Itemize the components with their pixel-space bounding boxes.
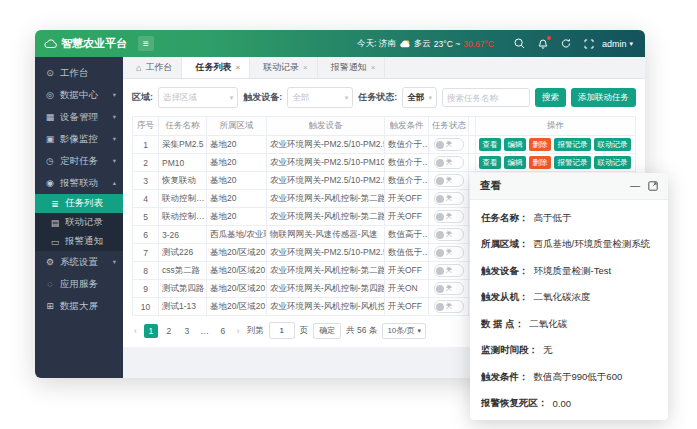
field-label: 触发条件： [481,371,529,384]
cell-actions: 查看 编辑 删除 报警记录 联动记录 [476,154,636,172]
search-icon[interactable] [514,38,525,49]
page-size-select[interactable]: 10条/页 ▾ [382,323,426,339]
sidebar-collapse-button[interactable]: ≡ [138,36,154,51]
detail-field: 触发设备： 环境质量检测-Test [481,258,657,285]
detail-field: 数 据 点： 二氧化碳 [481,311,657,338]
tab[interactable]: 任务列表 × [182,57,250,78]
cell-task-name: 联动控制… [159,208,207,226]
task-search-input[interactable] [442,88,530,107]
sidebar-item[interactable]: ▤ 联动记录 [35,213,123,232]
cell-task-name: css第二路 [159,262,207,280]
notification-bell-icon[interactable] [538,38,548,49]
sidebar-item[interactable]: ▦ 设备管理 ▾ [35,106,123,128]
status-toggle-off[interactable]: 关 [434,192,464,205]
sidebar-item[interactable]: ◎ 数据中心 ▾ [35,84,123,106]
delete-button[interactable]: 删除 [529,156,551,169]
delete-button[interactable]: 删除 [529,138,551,151]
table-header-row: 序号 任务名称 所属区域 触发设备 触发条件 任务状态 操作 [133,117,636,136]
sidebar-item[interactable]: ◉ 报警联动 ▴ [35,172,123,194]
minimize-icon[interactable]: — [630,181,640,191]
page-number[interactable]: 3 [180,324,194,338]
sidebar-item[interactable]: ⊞ 数据大屏 [35,295,123,317]
col-no: 序号 [133,117,159,136]
cell-task-name: 恢复联动 [159,172,207,190]
submenu-arrow-icon: ▾ [113,91,116,99]
cell-region: 基地20/区域20 [207,298,267,316]
page-number[interactable]: 1 [144,324,158,338]
view-button[interactable]: 查看 [479,156,501,169]
sidebar-item[interactable]: ◷ 定时任务 ▾ [35,150,123,172]
status-toggle-off[interactable]: 关 [434,156,464,169]
toggle-label: 关 [446,302,453,311]
fullscreen-icon[interactable] [584,39,594,49]
toggle-knob [436,267,444,275]
cell-device: 物联网网关-风速传感器-风速 [267,226,385,244]
goto-confirm-button[interactable]: 确定 [313,323,341,339]
toggle-label: 关 [446,266,453,275]
sidebar-item-label: 影像监控 [60,133,98,146]
edit-button[interactable]: 编辑 [504,156,526,169]
tab-close-icon[interactable]: × [303,63,308,72]
sidebar-item[interactable]: ≣ 任务列表 [35,194,123,213]
tab-close-icon[interactable]: × [235,63,240,72]
search-button[interactable]: 搜索 [535,88,566,107]
toggle-label: 关 [446,230,453,239]
sidebar-item[interactable]: ▭ 报警通知 [35,232,123,251]
alarm-record-button[interactable]: 报警记录 [554,156,591,169]
task-status-select[interactable]: 全部 ▾ [402,87,437,108]
page-number[interactable]: 6 [216,324,230,338]
field-value: 无 [543,344,553,357]
tab-bar: ⌂ 工作台 × 任务列表 × 联动记录 [123,57,645,79]
tab[interactable]: 报警通知 × [318,57,386,78]
field-label: 所属区域： [481,238,529,251]
status-toggle-off[interactable]: 关 [434,282,464,295]
weather-city: 今天: 济南 [357,38,396,50]
chevron-down-icon: ▾ [230,94,234,101]
region-select[interactable]: 选择区域 ▾ [158,87,238,108]
next-page-icon[interactable]: › [235,326,242,336]
prev-page-icon[interactable]: ‹ [132,326,139,336]
sidebar-item[interactable]: ⚙ 系统设置 ▾ [35,251,123,273]
alarm-record-button[interactable]: 报警记录 [554,138,591,151]
status-toggle-off[interactable]: 关 [434,174,464,187]
status-toggle-off[interactable]: 关 [434,228,464,241]
sidebar-item[interactable]: ⊙ 工作台 [35,62,123,84]
page-number[interactable]: … [198,324,212,338]
sidebar-item-label: 系统设置 [60,256,98,269]
cell-device: 农业环境网关-PM2.5/10-PM2.5 [267,244,385,262]
edit-button[interactable]: 编辑 [504,138,526,151]
toggle-label: 关 [446,194,453,203]
table-row: 1 采集PM2.5 基地20 农业环境网关-PM2.5/10-PM2.5 数值介… [133,136,636,154]
tab[interactable]: ⌂ 工作台 × [127,57,182,78]
status-toggle-off[interactable]: 关 [434,138,464,151]
sidebar-item-label: 应用服务 [60,278,98,291]
status-toggle-off[interactable]: 关 [434,210,464,223]
add-linkage-task-button[interactable]: 添加联动任务 [571,88,636,107]
expand-icon[interactable] [648,181,658,191]
cell-region: 基地20 [207,154,267,172]
trigger-device-select[interactable]: 全部 ▾ [287,87,353,108]
status-toggle-off[interactable]: 关 [434,264,464,277]
goto-page-input[interactable] [269,322,295,339]
tab-label: 报警通知 [331,61,367,74]
page-unit-label: 页 [300,325,309,337]
task-status-label: 任务状态: [358,91,397,104]
tab-close-icon[interactable]: × [371,63,376,72]
view-button[interactable]: 查看 [479,138,501,151]
status-toggle-off[interactable]: 关 [434,300,464,313]
toggle-knob [436,177,444,185]
sidebar-item-label: 定时任务 [60,155,98,168]
status-toggle-off[interactable]: 关 [434,246,464,259]
cell-no: 10 [133,298,159,316]
sidebar-item[interactable]: ▣ 影像监控 ▾ [35,128,123,150]
linkage-record-button[interactable]: 联动记录 [594,138,631,151]
chevron-down-icon: ▾ [629,40,633,47]
refresh-icon[interactable] [561,38,571,49]
field-value: 二氧化碳 [529,318,567,331]
page-number[interactable]: 2 [162,324,176,338]
tab[interactable]: 联动记录 × [250,57,318,78]
sidebar-item[interactable]: ◌ 应用服务 [35,273,123,295]
user-menu[interactable]: admin ▾ [602,39,633,49]
linkage-record-button[interactable]: 联动记录 [594,156,631,169]
sidebar-item-label: 联动记录 [65,216,103,229]
